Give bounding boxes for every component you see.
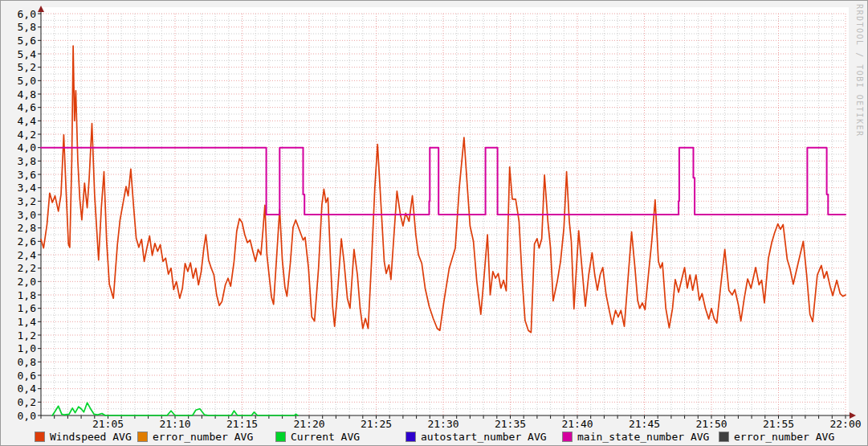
x-tick-label: 21:25 bbox=[357, 419, 397, 429]
y-tick-label: 0,2 bbox=[6, 397, 36, 407]
y-tick-label: 2,8 bbox=[6, 223, 36, 233]
x-tick-label: 21:45 bbox=[625, 419, 665, 429]
y-tick-label: 6,0 bbox=[6, 9, 36, 19]
y-tick-label: 5,8 bbox=[6, 22, 36, 32]
y-tick-label: 2,4 bbox=[6, 250, 36, 260]
y-tick-label: 4,6 bbox=[6, 102, 36, 113]
y-tick-label: 5,2 bbox=[6, 62, 36, 72]
y-tick-label: 3,4 bbox=[6, 182, 36, 193]
x-tick-label: 21:15 bbox=[222, 419, 263, 429]
y-tick-label: 5,4 bbox=[6, 49, 36, 59]
y-tick-label: 4,4 bbox=[6, 116, 36, 126]
y-tick-label: 4,8 bbox=[6, 89, 36, 100]
y-tick-label: 0,6 bbox=[6, 370, 36, 381]
legend-label: Current AVG bbox=[291, 432, 360, 443]
y-tick-label: 2,0 bbox=[6, 276, 36, 287]
y-tick-label: 1,4 bbox=[6, 317, 36, 327]
y-tick-label: 3,6 bbox=[6, 170, 36, 180]
x-tick-label: 21:55 bbox=[759, 419, 799, 429]
legend-color-swatch bbox=[35, 432, 44, 441]
legend-color-swatch bbox=[276, 432, 285, 441]
y-tick-label: 4,0 bbox=[6, 142, 36, 153]
x-tick-label: 21:05 bbox=[88, 419, 128, 429]
y-tick-label: 1,6 bbox=[6, 303, 36, 313]
x-tick-label: 21:20 bbox=[289, 419, 329, 429]
legend-color-swatch bbox=[719, 432, 728, 441]
y-tick-label: 1,0 bbox=[6, 343, 36, 354]
legend-label: autostart_number AVG bbox=[421, 432, 547, 443]
rrdtool-graph: 0,00,20,40,60,81,01,21,41,61,82,02,22,42… bbox=[0, 0, 868, 446]
y-tick-label: 5,6 bbox=[6, 35, 36, 46]
x-tick-label: 21:35 bbox=[491, 419, 531, 429]
legend-color-swatch bbox=[406, 432, 415, 441]
y-tick-label: 2,2 bbox=[6, 263, 36, 273]
x-tick-label: 22:00 bbox=[825, 419, 866, 429]
x-tick-label: 21:50 bbox=[691, 419, 731, 429]
y-tick-label: 3,0 bbox=[6, 210, 36, 220]
legend-label: Windspeed AVG bbox=[50, 432, 132, 443]
y-tick-label: 2,6 bbox=[6, 236, 36, 247]
y-tick-label: 3,8 bbox=[6, 156, 36, 166]
legend-label: main_state_number AVG bbox=[577, 432, 709, 443]
y-tick-label: 3,2 bbox=[6, 196, 36, 207]
watermark-text: RRDTOOL / TOBI OETIKER bbox=[855, 4, 864, 137]
legend-label: error_number AVG bbox=[153, 432, 253, 443]
y-tick-label: 1,8 bbox=[6, 290, 36, 301]
legend-label: error_number AVG bbox=[734, 432, 834, 443]
y-tick-label: 1,2 bbox=[6, 330, 36, 341]
plot-area bbox=[1, 1, 868, 446]
x-tick-label: 21:40 bbox=[557, 419, 597, 429]
legend-color-swatch bbox=[138, 432, 147, 441]
y-tick-label: 4,2 bbox=[6, 129, 36, 140]
x-tick-label: 21:10 bbox=[155, 419, 195, 429]
legend-color-swatch bbox=[563, 432, 572, 441]
x-tick-label: 21:30 bbox=[423, 419, 463, 429]
y-tick-label: 0,8 bbox=[6, 357, 36, 367]
y-tick-label: 5,0 bbox=[6, 76, 36, 86]
y-tick-label: 0,0 bbox=[6, 411, 36, 421]
y-tick-label: 0,4 bbox=[6, 383, 36, 394]
